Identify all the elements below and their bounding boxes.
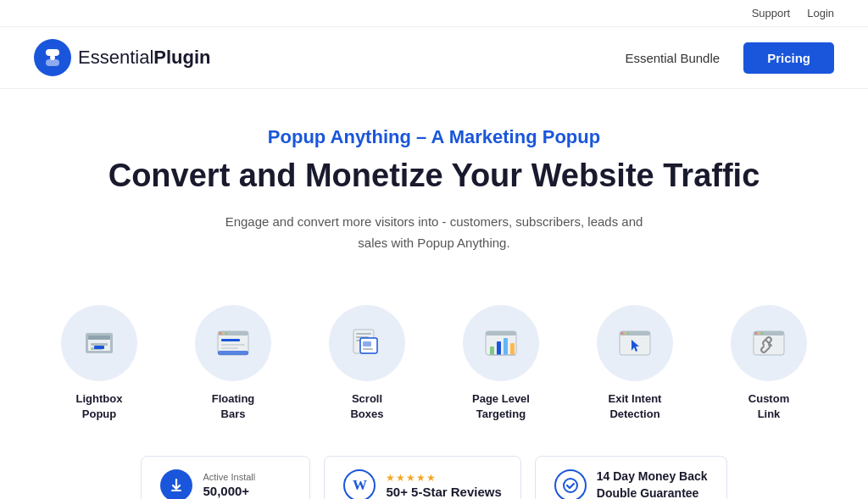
download-icon bbox=[160, 469, 192, 499]
custom-link-label: CustomLink bbox=[748, 391, 789, 422]
svg-rect-29 bbox=[510, 343, 515, 355]
svg-point-10 bbox=[220, 332, 221, 334]
lightbox-icon bbox=[77, 321, 121, 365]
social-proof-row: Active Install 50,000+ W ★★★★★ 50+ 5-Sta… bbox=[0, 439, 868, 499]
svg-rect-4 bbox=[88, 335, 110, 340]
scroll-boxes-label: ScrollBoxes bbox=[350, 391, 383, 422]
svg-rect-16 bbox=[218, 351, 248, 355]
svg-rect-43 bbox=[171, 490, 181, 491]
svg-rect-14 bbox=[221, 344, 245, 346]
login-link[interactable]: Login bbox=[807, 7, 834, 19]
proof-guarantee: 14 Day Money BackDouble Guarantee bbox=[535, 456, 727, 499]
reviews-value: 50+ 5-Star Reviews bbox=[386, 485, 501, 499]
svg-rect-7 bbox=[94, 346, 104, 349]
exit-intent-icon-circle bbox=[597, 305, 673, 381]
svg-rect-15 bbox=[221, 347, 238, 349]
svg-point-39 bbox=[755, 332, 757, 334]
svg-point-34 bbox=[624, 332, 626, 334]
exit-intent-icon bbox=[613, 321, 657, 365]
hero-title: Convert and Monetize Your Website Traffi… bbox=[34, 157, 834, 196]
svg-rect-25 bbox=[486, 331, 516, 335]
floating-bars-icon bbox=[211, 321, 255, 365]
svg-rect-23 bbox=[363, 348, 373, 350]
guarantee-icon bbox=[554, 469, 587, 499]
hero-description: Engage and convert more visitors into - … bbox=[214, 211, 654, 254]
installs-value: 50,000+ bbox=[203, 484, 255, 498]
proof-installs: Active Install 50,000+ bbox=[141, 456, 310, 499]
hero-subtitle: Popup Anything – A Marketing Popup bbox=[34, 126, 834, 148]
page-level-icon bbox=[479, 321, 523, 365]
feature-scroll-boxes: ScrollBoxes bbox=[308, 305, 426, 422]
custom-link-icon bbox=[747, 321, 791, 365]
pricing-button[interactable]: Pricing bbox=[743, 42, 834, 74]
svg-point-40 bbox=[758, 332, 760, 334]
svg-point-12 bbox=[225, 332, 227, 334]
svg-point-44 bbox=[564, 479, 577, 492]
support-link[interactable]: Support bbox=[752, 7, 791, 19]
scroll-boxes-icon-circle bbox=[329, 305, 405, 381]
svg-rect-13 bbox=[221, 339, 240, 341]
top-bar: Support Login bbox=[0, 0, 868, 27]
guarantee-value: 14 Day Money BackDouble Guarantee bbox=[597, 469, 708, 499]
floating-bars-label: FloatingBars bbox=[212, 391, 255, 422]
installs-title: Active Install bbox=[203, 472, 255, 482]
logo[interactable]: EssentialPlugin bbox=[34, 39, 211, 76]
nav-bundle-link[interactable]: Essential Bundle bbox=[625, 51, 720, 65]
logo-text: EssentialPlugin bbox=[78, 47, 211, 69]
main-nav: Essential Bundle Pricing bbox=[625, 42, 834, 74]
lightbox-icon-circle bbox=[61, 305, 137, 381]
hero-section: Popup Anything – A Marketing Popup Conve… bbox=[0, 89, 868, 280]
guarantee-text: 14 Day Money BackDouble Guarantee bbox=[597, 469, 708, 499]
feature-page-level: Page LevelTargeting bbox=[442, 305, 560, 422]
logo-icon bbox=[34, 39, 71, 76]
svg-rect-5 bbox=[91, 343, 108, 346]
lightbox-label: LightboxPopup bbox=[76, 391, 123, 422]
feature-lightbox: LightboxPopup bbox=[40, 305, 159, 422]
svg-rect-28 bbox=[504, 338, 508, 355]
page-level-icon-circle bbox=[463, 305, 539, 381]
svg-point-41 bbox=[761, 332, 763, 334]
header: EssentialPlugin Essential Bundle Pricing bbox=[0, 27, 868, 89]
scroll-boxes-icon bbox=[345, 321, 389, 365]
svg-rect-18 bbox=[356, 333, 371, 335]
exit-intent-label: Exit IntentDetection bbox=[609, 391, 662, 422]
custom-link-icon-circle bbox=[731, 305, 807, 381]
svg-rect-27 bbox=[497, 341, 501, 355]
svg-point-35 bbox=[627, 332, 629, 334]
wordpress-icon: W bbox=[343, 469, 376, 499]
page-level-label: Page LevelTargeting bbox=[472, 391, 530, 422]
features-row: LightboxPopup FloatingBars bbox=[0, 280, 868, 439]
svg-point-33 bbox=[621, 332, 623, 334]
feature-custom-link: CustomLink bbox=[709, 305, 828, 422]
svg-point-11 bbox=[222, 332, 224, 334]
svg-rect-26 bbox=[490, 347, 494, 355]
installs-text: Active Install 50,000+ bbox=[203, 472, 255, 498]
feature-exit-intent: Exit IntentDetection bbox=[576, 305, 694, 422]
proof-reviews: W ★★★★★ 50+ 5-Star Reviews bbox=[324, 456, 520, 499]
reviews-text: ★★★★★ 50+ 5-Star Reviews bbox=[386, 472, 501, 499]
feature-floating-bars: FloatingBars bbox=[174, 305, 292, 422]
floating-bars-icon-circle bbox=[195, 305, 271, 381]
stars: ★★★★★ bbox=[386, 472, 501, 484]
svg-rect-22 bbox=[363, 341, 371, 347]
